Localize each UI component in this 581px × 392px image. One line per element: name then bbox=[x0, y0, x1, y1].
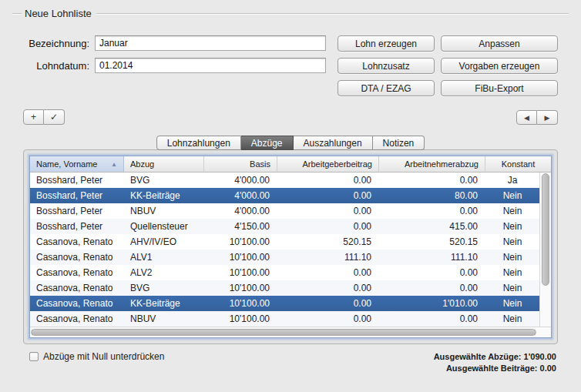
column-header-arbeitgeberbeitrag[interactable]: Arbeitgeberbeitrag bbox=[277, 156, 379, 172]
table-row[interactable]: Casanova, Renato AHV/IV/EO 10'100.00 520… bbox=[30, 234, 539, 250]
cell-arbeitgeberbeitrag: 0.00 bbox=[277, 311, 379, 327]
lohn-erzeugen-button[interactable]: Lohn erzeugen bbox=[338, 35, 435, 52]
cell-abzug: NBUV bbox=[124, 311, 204, 327]
cell-abzug: NBUV bbox=[124, 203, 204, 219]
cell-name: Bosshard, Peter bbox=[30, 173, 124, 188]
cell-abzug: ALV2 bbox=[124, 265, 204, 280]
cell-arbeitnehmerabzug: 1'010.00 bbox=[379, 296, 485, 311]
confirm-button[interactable]: ✓ bbox=[44, 109, 65, 125]
lohndatum-input[interactable] bbox=[95, 58, 326, 73]
cell-konstant: Nein bbox=[485, 311, 539, 327]
cell-basis: 4'000.00 bbox=[204, 203, 277, 219]
table-body: Bosshard, Peter BVG 4'000.00 0.00 0.00 J… bbox=[30, 173, 551, 327]
vertical-scrollbar-thumb[interactable] bbox=[542, 173, 549, 286]
cell-abzug: ALV1 bbox=[124, 250, 204, 265]
bezeichnung-row: Bezeichnung: bbox=[23, 35, 326, 51]
horizontal-scrollbar[interactable] bbox=[30, 327, 551, 337]
cell-arbeitnehmerabzug: 0.00 bbox=[379, 173, 485, 188]
add-confirm-segment: + ✓ bbox=[23, 109, 65, 125]
cell-arbeitnehmerabzug: 0.00 bbox=[379, 265, 485, 280]
tab-bar: Lohnzahlungen Abzüge Auszahlungen Notize… bbox=[23, 136, 558, 150]
cell-basis: 10'100.00 bbox=[204, 250, 277, 265]
cell-abzug: BVG bbox=[124, 280, 204, 296]
suppress-zero-row: Abzüge mit Null unterdrücken bbox=[29, 351, 164, 362]
arrow-right-icon: ▶ bbox=[545, 114, 550, 122]
cell-arbeitgeberbeitrag: 0.00 bbox=[277, 296, 379, 311]
anpassen-button[interactable]: Anpassen bbox=[441, 35, 558, 52]
cell-name: Casanova, Renato bbox=[30, 296, 124, 311]
table-row[interactable]: Bosshard, Peter BVG 4'000.00 0.00 0.00 J… bbox=[30, 173, 539, 188]
abzuege-table: Name, Vorname ▲ Abzug Basis Arbeitgeberb… bbox=[29, 156, 552, 338]
cell-abzug: KK-Beiträge bbox=[124, 296, 204, 311]
cell-konstant: Nein bbox=[485, 234, 539, 250]
table-row[interactable]: Casanova, Renato ALV2 10'100.00 0.00 0.0… bbox=[30, 265, 539, 280]
table-row[interactable]: Bosshard, Peter Quellensteuer 4'150.00 0… bbox=[30, 219, 539, 234]
table-rows: Bosshard, Peter BVG 4'000.00 0.00 0.00 J… bbox=[30, 173, 539, 327]
table-row[interactable]: Casanova, Renato BVG 10'100.00 0.00 0.00… bbox=[30, 280, 539, 296]
cell-konstant: Nein bbox=[485, 188, 539, 203]
column-header-arbeitnehmerabzug[interactable]: Arbeitnehmerabzug bbox=[379, 156, 485, 172]
cell-name: Casanova, Renato bbox=[30, 280, 124, 296]
cell-basis: 10'100.00 bbox=[204, 265, 277, 280]
cell-arbeitnehmerabzug: 80.00 bbox=[379, 188, 485, 203]
lohnzusatz-button[interactable]: Lohnzusatz bbox=[338, 58, 435, 74]
form-area: Bezeichnung: Lohndatum: Lohn erzeugen An… bbox=[23, 35, 558, 96]
cell-abzug: KK-Beiträge bbox=[124, 188, 204, 203]
cell-basis: 10'100.00 bbox=[204, 280, 277, 296]
cell-konstant: Nein bbox=[485, 250, 539, 265]
cell-basis: 4'150.00 bbox=[204, 219, 277, 234]
horizontal-scrollbar-thumb[interactable] bbox=[31, 329, 536, 336]
divider bbox=[96, 13, 569, 14]
cell-abzug: AHV/IV/EO bbox=[124, 234, 204, 250]
tab-abzuege[interactable]: Abzüge bbox=[241, 136, 294, 150]
cell-basis: 10'100.00 bbox=[204, 234, 277, 250]
bezeichnung-input[interactable] bbox=[95, 35, 326, 51]
cell-abzug: Quellensteuer bbox=[124, 219, 204, 234]
toolbar-row: + ✓ ◀ ▶ bbox=[23, 109, 558, 125]
add-button[interactable]: + bbox=[23, 109, 44, 125]
cell-arbeitnehmerabzug: 415.00 bbox=[379, 219, 485, 234]
table-header: Name, Vorname ▲ Abzug Basis Arbeitgeberb… bbox=[30, 156, 551, 173]
tab-auszahlungen[interactable]: Auszahlungen bbox=[294, 136, 373, 150]
fibu-export-button[interactable]: FiBu-Export bbox=[441, 80, 558, 96]
previous-record-button[interactable]: ◀ bbox=[516, 110, 537, 125]
cell-arbeitgeberbeitrag: 0.00 bbox=[277, 219, 379, 234]
lohndatum-label: Lohndatum: bbox=[23, 60, 89, 72]
action-buttons: Lohn erzeugen Anpassen Lohnzusatz Vorgab… bbox=[338, 35, 558, 96]
table-row[interactable]: Casanova, Renato KK-Beiträge 10'100.00 0… bbox=[30, 296, 539, 311]
table-row[interactable]: Casanova, Renato ALV1 10'100.00 111.10 1… bbox=[30, 250, 539, 265]
cell-arbeitgeberbeitrag: 0.00 bbox=[277, 280, 379, 296]
record-navigation-segment: ◀ ▶ bbox=[516, 110, 558, 125]
column-header-abzug[interactable]: Abzug bbox=[124, 156, 204, 172]
group-title: Neue Lohnliste bbox=[22, 8, 96, 19]
table-row[interactable]: Bosshard, Peter NBUV 4'000.00 0.00 0.00 … bbox=[30, 203, 539, 219]
abzuege-null-checkbox[interactable] bbox=[29, 352, 39, 361]
main-content: Bezeichnung: Lohndatum: Lohn erzeugen An… bbox=[12, 35, 569, 374]
bezeichnung-label: Bezeichnung: bbox=[23, 38, 89, 49]
form-fields: Bezeichnung: Lohndatum: bbox=[23, 35, 326, 96]
abzuege-null-checkbox-label: Abzüge mit Null unterdrücken bbox=[43, 351, 164, 362]
cell-arbeitnehmerabzug: 520.15 bbox=[379, 234, 485, 250]
column-header-name[interactable]: Name, Vorname ▲ bbox=[30, 156, 124, 172]
selection-totals: Ausgewählte Abzüge: 1'090.00 Ausgewählte… bbox=[434, 351, 556, 374]
cell-name: Bosshard, Peter bbox=[30, 219, 124, 234]
table-row[interactable]: Casanova, Renato NBUV 10'100.00 0.00 0.0… bbox=[30, 311, 539, 327]
cell-name: Casanova, Renato bbox=[30, 311, 124, 327]
cell-basis: 4'000.00 bbox=[204, 188, 277, 203]
tab-content-panel: Name, Vorname ▲ Abzug Basis Arbeitgeberb… bbox=[23, 149, 558, 344]
table-row[interactable]: Bosshard, Peter KK-Beiträge 4'000.00 0.0… bbox=[30, 188, 539, 203]
tab-lohnzahlungen[interactable]: Lohnzahlungen bbox=[156, 136, 241, 150]
lohndatum-row: Lohndatum: bbox=[23, 58, 326, 73]
dta-ezag-button[interactable]: DTA / EZAG bbox=[338, 80, 435, 96]
vertical-scrollbar[interactable] bbox=[539, 173, 551, 327]
next-record-button[interactable]: ▶ bbox=[537, 110, 558, 125]
column-header-basis[interactable]: Basis bbox=[204, 156, 277, 172]
cell-arbeitgeberbeitrag: 0.00 bbox=[277, 203, 379, 219]
cell-arbeitnehmerabzug: 111.10 bbox=[379, 250, 485, 265]
arrow-left-icon: ◀ bbox=[524, 114, 529, 122]
cell-arbeitgeberbeitrag: 520.15 bbox=[277, 234, 379, 250]
cell-name: Casanova, Renato bbox=[30, 234, 124, 250]
vorgaben-erzeugen-button[interactable]: Vorgaben erzeugen bbox=[441, 58, 558, 74]
tab-notizen[interactable]: Notizen bbox=[373, 136, 425, 150]
column-header-konstant[interactable]: Konstant bbox=[485, 156, 551, 172]
